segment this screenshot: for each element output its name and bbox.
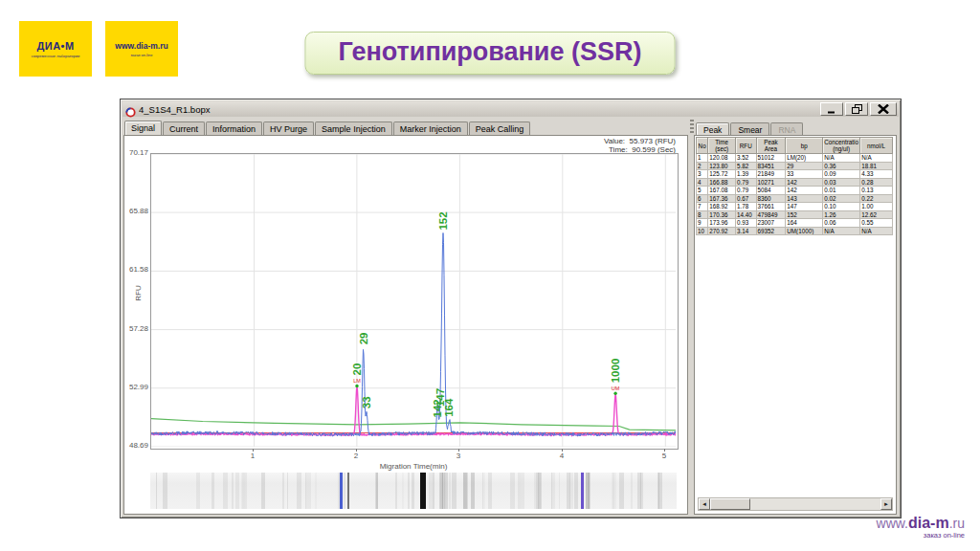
- x-axis-title: Migration Time(min): [370, 462, 457, 471]
- peak-table-panel: NoTime (sec)RFUPeak AreabpConcentratio (…: [694, 135, 897, 515]
- column-header[interactable]: No: [697, 138, 708, 154]
- y-tick-label: 61.58: [125, 266, 148, 274]
- table-row[interactable]: 3125.721.3921849330.094.33: [697, 170, 893, 179]
- tab-marker-injection[interactable]: Marker Injection: [393, 121, 468, 136]
- y-tick-label: 65.88: [125, 208, 148, 215]
- svg-text:20: 20: [351, 364, 363, 376]
- x-tick-label: 5: [657, 452, 672, 460]
- y-tick-label: 48.69: [125, 442, 148, 450]
- svg-text:29: 29: [358, 333, 369, 345]
- close-icon: [878, 104, 889, 114]
- svg-text:LM: LM: [353, 378, 361, 384]
- gel-band: [420, 473, 426, 509]
- x-tick-label: 2: [348, 452, 364, 460]
- column-header[interactable]: nmol/L: [860, 138, 893, 154]
- tab-current[interactable]: Current: [163, 121, 205, 136]
- result-tab-rna: RNA: [770, 122, 803, 136]
- column-header[interactable]: bp: [786, 138, 823, 154]
- diam-url-logo-subtext: заказ on-line: [130, 53, 152, 57]
- column-header[interactable]: Peak Area: [756, 138, 786, 154]
- scrollbar-thumb[interactable]: [710, 498, 750, 510]
- chromatogram-plot[interactable]: LM202933142147152164UM1000: [150, 153, 679, 450]
- result-tabstrip: PeakSmearRNA: [696, 120, 804, 135]
- svg-text:UM: UM: [612, 386, 620, 391]
- restore-icon: [852, 104, 862, 114]
- close-button[interactable]: [870, 102, 897, 116]
- tab-hv-purge[interactable]: HV Purge: [263, 121, 314, 136]
- y-tick-label: 57.28: [125, 325, 148, 333]
- table-row[interactable]: 7168.921.78376611470.101.00: [697, 203, 893, 211]
- diam-url-logo: www.dia-m.ru заказ on-line: [105, 21, 178, 77]
- x-tick-label: 4: [554, 452, 569, 460]
- diaem-logo-text: ДИА•М: [36, 40, 74, 52]
- table-row[interactable]: 8170.3614.404798491521.2612.62: [697, 210, 893, 219]
- table-row[interactable]: 2123.805.8283451290.3618.81: [697, 162, 893, 170]
- window-title: 4_S1S4_R1.bopx: [139, 104, 820, 115]
- app-window: 4_S1S4_R1.bopx: [120, 99, 902, 518]
- table-row[interactable]: 10270.923.1469352UM(1000)N/AN/A: [697, 227, 893, 235]
- x-tick-label: 1: [245, 452, 260, 460]
- svg-text:164: 164: [444, 398, 456, 417]
- slide: ДИА•М современные лаборатории www.dia-m.…: [0, 0, 980, 551]
- tab-sample-injection[interactable]: Sample Injection: [315, 121, 392, 136]
- gel-band: [340, 473, 343, 509]
- tab-information[interactable]: Information: [206, 121, 262, 136]
- diaem-logo-subtext: современные лаборатории: [32, 54, 80, 58]
- tab-signal[interactable]: Signal: [124, 121, 162, 136]
- footer-url-subtext: заказ on-line: [877, 531, 965, 540]
- result-tab-peak[interactable]: Peak: [696, 122, 729, 136]
- slide-title: Генотипирование (SSR): [305, 32, 676, 75]
- main-tabstrip: SignalCurrentInformationHV PurgeSample I…: [124, 119, 531, 135]
- peak-table: NoTime (sec)RFUPeak AreabpConcentratio (…: [696, 137, 893, 235]
- x-tick-label: 3: [451, 452, 466, 460]
- svg-text:33: 33: [361, 396, 372, 408]
- footer-url-text: www.dia-m.ru: [877, 516, 965, 531]
- column-header[interactable]: RFU: [735, 138, 756, 154]
- panel-splitter[interactable]: [690, 120, 694, 135]
- y-axis-title: RFU: [134, 279, 143, 308]
- y-tick-label: 52.99: [125, 384, 148, 391]
- table-row[interactable]: 9173.960.93230071640.060.55: [697, 219, 893, 228]
- minimize-button[interactable]: [820, 102, 843, 116]
- column-header[interactable]: Concentratio (ng/ul): [823, 138, 860, 154]
- app-icon: [125, 104, 136, 115]
- scroll-left-button[interactable]: [699, 498, 710, 510]
- tab-peak-calling[interactable]: Peak Calling: [469, 121, 531, 136]
- chromatogram-svg: LM202933142147152164UM1000: [151, 154, 676, 447]
- y-tick-label: 70.17: [125, 149, 148, 157]
- diam-url-logo-text: www.dia-m.ru: [115, 41, 167, 51]
- footer-url: www.dia-m.ru заказ on-line: [877, 516, 965, 540]
- table-row[interactable]: 5167.080.7950841420.010.13: [697, 187, 893, 195]
- cursor-readout: Value: 55.973 (RFU) Time: 90.599 (Sec): [604, 137, 676, 154]
- cursor-value: 55.973 (RFU): [630, 137, 676, 145]
- column-header[interactable]: Time (sec): [708, 138, 736, 154]
- diaem-logo: ДИА•М современные лаборатории: [19, 21, 92, 77]
- gel-band: [581, 473, 584, 509]
- minimize-icon: [827, 105, 836, 114]
- gel-view: [150, 473, 677, 509]
- table-row[interactable]: 4166.880.79102711420.030.28: [697, 178, 893, 187]
- scroll-right-button[interactable]: [880, 498, 892, 510]
- plot-panel: Value: 55.973 (RFU) Time: 90.599 (Sec) L…: [123, 135, 688, 515]
- table-hscrollbar[interactable]: [698, 497, 893, 511]
- result-tab-smear[interactable]: Smear: [730, 122, 769, 136]
- gel-band: [347, 473, 349, 509]
- svg-text:152: 152: [437, 211, 449, 230]
- window-titlebar[interactable]: 4_S1S4_R1.bopx: [122, 101, 899, 117]
- table-row[interactable]: 1120.083.5251012LM(20)N/AN/A: [697, 154, 893, 163]
- table-row[interactable]: 6167.360.6783601430.020.22: [697, 194, 893, 203]
- restore-button[interactable]: [845, 102, 868, 116]
- svg-text:1000: 1000: [610, 359, 621, 384]
